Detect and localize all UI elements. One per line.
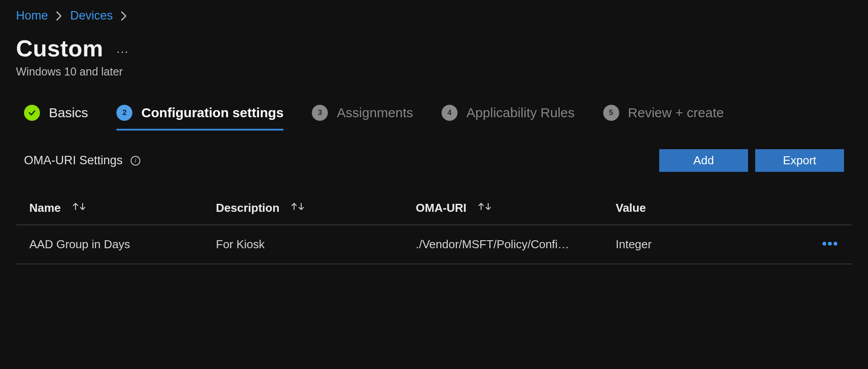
step-number-badge: 4 bbox=[442, 105, 458, 121]
column-label: Description bbox=[216, 201, 279, 215]
breadcrumb-link-home[interactable]: Home bbox=[16, 9, 48, 23]
cell-description: For Kiosk bbox=[216, 238, 416, 251]
column-header-value[interactable]: Value bbox=[616, 201, 780, 215]
check-icon bbox=[24, 105, 40, 121]
column-header-description[interactable]: Description bbox=[216, 201, 416, 215]
step-number-badge: 3 bbox=[312, 105, 328, 121]
sort-icon bbox=[477, 201, 492, 215]
export-button[interactable]: Export bbox=[755, 149, 844, 172]
step-label: Review + create bbox=[628, 105, 724, 120]
step-assignments[interactable]: 3 Assignments bbox=[312, 105, 413, 121]
step-label: Applicability Rules bbox=[466, 105, 574, 120]
column-label: Name bbox=[29, 201, 61, 215]
page-title: Custom bbox=[16, 35, 104, 62]
chevron-right-icon bbox=[56, 11, 62, 21]
step-review-create[interactable]: 5 Review + create bbox=[603, 105, 724, 121]
sort-icon bbox=[72, 201, 87, 215]
breadcrumb-link-devices[interactable]: Devices bbox=[70, 9, 113, 23]
step-label: Basics bbox=[49, 105, 88, 120]
step-basics[interactable]: Basics bbox=[24, 105, 88, 121]
cell-oma-uri: ./Vendor/MSFT/Policy/Confi… bbox=[416, 238, 616, 251]
column-header-name[interactable]: Name bbox=[16, 201, 216, 215]
page-subtitle: Windows 10 and later bbox=[16, 65, 852, 78]
step-configuration-settings[interactable]: 2 Configuration settings bbox=[116, 105, 283, 131]
step-label: Configuration settings bbox=[141, 105, 283, 120]
info-icon[interactable]: i bbox=[131, 156, 140, 166]
row-actions-icon[interactable]: ••• bbox=[822, 238, 839, 251]
step-applicability-rules[interactable]: 4 Applicability Rules bbox=[442, 105, 574, 121]
table-row[interactable]: AAD Group in Days For Kiosk ./Vendor/MSF… bbox=[16, 225, 852, 264]
section-title-oma-uri: OMA-URI Settings bbox=[24, 154, 123, 167]
step-number-badge: 2 bbox=[116, 105, 132, 121]
chevron-right-icon bbox=[121, 11, 127, 21]
step-label: Assignments bbox=[337, 105, 413, 120]
more-actions-icon[interactable]: ··· bbox=[117, 40, 129, 57]
table-header-row: Name Description OMA-URI Value bbox=[16, 193, 852, 225]
sort-icon bbox=[290, 201, 305, 215]
cell-name: AAD Group in Days bbox=[16, 238, 216, 251]
breadcrumb: Home Devices bbox=[16, 9, 852, 23]
step-number-badge: 5 bbox=[603, 105, 619, 121]
cell-value: Integer bbox=[616, 238, 780, 251]
oma-uri-table: Name Description OMA-URI Value bbox=[16, 193, 852, 264]
column-label: Value bbox=[616, 201, 646, 215]
column-label: OMA-URI bbox=[416, 201, 466, 215]
column-header-oma-uri[interactable]: OMA-URI bbox=[416, 201, 616, 215]
wizard-stepper: Basics 2 Configuration settings 3 Assign… bbox=[16, 105, 852, 129]
add-button[interactable]: Add bbox=[659, 149, 748, 172]
